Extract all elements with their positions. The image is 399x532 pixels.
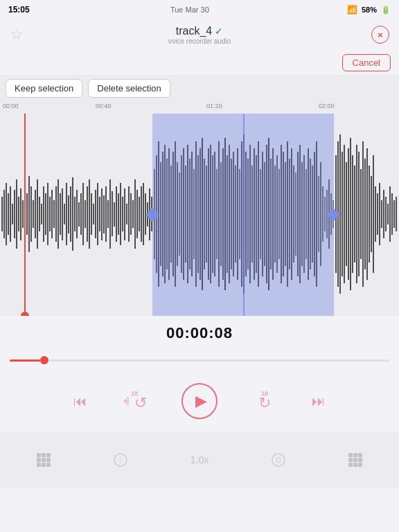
svg-rect-22: [47, 183, 48, 245]
ruler-label-0: 00:00: [3, 103, 19, 109]
progress-bar-container[interactable]: [0, 351, 399, 370]
svg-rect-40: [85, 200, 86, 228]
svg-rect-9: [20, 188, 21, 240]
svg-rect-163: [342, 152, 343, 276]
wifi-icon: 📶: [347, 5, 357, 15]
svg-rect-167: [350, 138, 351, 290]
play-button[interactable]: ▶: [181, 383, 218, 419]
svg-rect-33: [70, 186, 71, 242]
svg-rect-29: [62, 188, 63, 240]
svg-rect-56: [118, 193, 119, 235]
svg-rect-16: [35, 190, 36, 238]
svg-rect-60: [126, 204, 127, 224]
track-title-area: track_4 ✓ voice recorder audio: [168, 25, 231, 45]
battery-icon: 🔋: [381, 6, 391, 15]
svg-text:i: i: [120, 456, 121, 464]
svg-rect-183: [383, 190, 384, 238]
svg-rect-42: [89, 179, 90, 249]
skip-forward-button[interactable]: ⏭: [312, 393, 326, 409]
rewind-10-button[interactable]: 10 ↺: [122, 389, 147, 414]
svg-rect-48: [101, 188, 103, 240]
waveform-container[interactable]: 00:00 00:40 01:20 02:00: [0, 101, 399, 316]
svg-rect-175: [366, 148, 368, 280]
svg-rect-19: [41, 204, 42, 224]
keep-selection-button[interactable]: Keep selection: [6, 79, 82, 98]
svg-rect-7: [16, 179, 17, 249]
svg-rect-55: [116, 186, 117, 242]
playhead-dot: [21, 312, 29, 316]
time-display: 00:00:08: [0, 316, 399, 351]
svg-rect-59: [124, 188, 125, 240]
svg-rect-47: [99, 197, 100, 231]
svg-rect-17: [37, 179, 38, 249]
playhead-line[interactable]: [24, 114, 26, 316]
svg-rect-54: [114, 202, 115, 227]
svg-rect-182: [381, 200, 382, 228]
svg-rect-52: [109, 179, 111, 249]
svg-rect-166: [348, 148, 349, 280]
delete-selection-button[interactable]: Delete selection: [88, 79, 170, 98]
status-right: 📶 58% 🔋: [347, 5, 391, 15]
svg-rect-172: [360, 169, 362, 259]
bottom-tool-speed[interactable]: 1.0x: [190, 454, 209, 466]
svg-rect-65: [136, 190, 138, 238]
bottom-tool-3[interactable]: [271, 452, 286, 468]
rewind-10-label: 10: [131, 390, 138, 397]
svg-rect-187: [391, 193, 393, 235]
svg-rect-20: [43, 186, 44, 242]
waveform-area[interactable]: [0, 114, 399, 316]
star-icon[interactable]: ☆: [10, 26, 24, 44]
battery-level: 58%: [362, 6, 377, 14]
bottom-tool-1[interactable]: [37, 453, 51, 467]
close-button[interactable]: ×: [371, 26, 389, 44]
svg-rect-24: [51, 190, 53, 238]
controls-area: ⏮ 10 ↺ ▶ 10 ↻ ⏭: [0, 370, 399, 432]
svg-point-192: [272, 454, 285, 466]
skip-back-button[interactable]: ⏮: [73, 393, 87, 409]
svg-rect-189: [396, 197, 397, 231]
svg-rect-51: [107, 200, 109, 228]
tool-grid-icon-1: [37, 453, 51, 467]
progress-track[interactable]: [10, 360, 389, 362]
skip-back-icon: ⏮: [73, 393, 87, 409]
svg-rect-23: [49, 197, 51, 231]
svg-rect-168: [352, 155, 353, 273]
cancel-button[interactable]: Cancel: [342, 54, 391, 71]
ruler-label-2: 01:20: [206, 103, 222, 109]
svg-rect-31: [66, 183, 67, 245]
current-time: 00:00:08: [166, 324, 233, 342]
svg-rect-13: [28, 176, 30, 252]
svg-rect-68: [143, 183, 144, 245]
svg-rect-4: [10, 186, 11, 242]
svg-rect-49: [103, 195, 105, 233]
svg-rect-8: [18, 197, 19, 231]
status-day: Tue Mar 30: [170, 6, 209, 14]
svg-rect-184: [385, 197, 387, 231]
svg-rect-53: [112, 191, 113, 236]
svg-rect-14: [30, 186, 32, 242]
svg-rect-3: [8, 193, 9, 235]
svg-rect-26: [55, 186, 57, 242]
settings-circle-icon: [271, 452, 286, 468]
svg-rect-170: [356, 145, 357, 283]
play-icon: ▶: [195, 392, 207, 410]
top-bar: ☆ track_4 ✓ voice recorder audio ×: [0, 19, 399, 50]
svg-rect-64: [134, 179, 136, 249]
bottom-tool-4[interactable]: [348, 453, 362, 467]
svg-rect-188: [393, 200, 395, 228]
svg-rect-37: [78, 202, 80, 227]
svg-rect-18: [39, 197, 40, 231]
progress-fill: [10, 360, 40, 362]
svg-rect-25: [53, 200, 55, 228]
svg-rect-181: [379, 183, 380, 245]
svg-rect-46: [97, 183, 98, 245]
forward-10-button[interactable]: 10 ↻: [252, 389, 277, 414]
svg-rect-27: [57, 179, 59, 249]
progress-thumb[interactable]: [40, 356, 48, 364]
svg-rect-186: [389, 186, 391, 242]
svg-rect-34: [72, 177, 73, 251]
svg-rect-57: [120, 183, 121, 245]
bottom-tool-2[interactable]: i: [113, 452, 128, 468]
svg-rect-6: [14, 190, 15, 238]
svg-rect-66: [139, 197, 140, 231]
